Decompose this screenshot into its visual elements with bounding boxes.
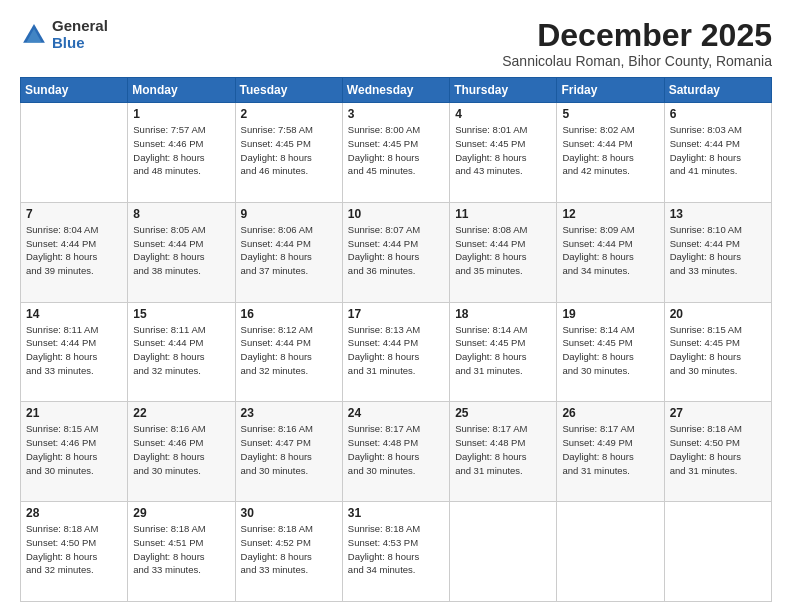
calendar-cell: 6Sunrise: 8:03 AMSunset: 4:44 PMDaylight…	[664, 103, 771, 203]
calendar-cell: 28Sunrise: 8:18 AMSunset: 4:50 PMDayligh…	[21, 502, 128, 602]
week-row-4: 28Sunrise: 8:18 AMSunset: 4:50 PMDayligh…	[21, 502, 772, 602]
calendar-cell: 15Sunrise: 8:11 AMSunset: 4:44 PMDayligh…	[128, 302, 235, 402]
header-day-friday: Friday	[557, 78, 664, 103]
day-number: 28	[26, 506, 122, 520]
calendar-cell: 23Sunrise: 8:16 AMSunset: 4:47 PMDayligh…	[235, 402, 342, 502]
page: General Blue December 2025 Sannicolau Ro…	[0, 0, 792, 612]
day-number: 2	[241, 107, 337, 121]
day-number: 30	[241, 506, 337, 520]
day-number: 20	[670, 307, 766, 321]
logo-icon	[20, 21, 48, 49]
day-number: 19	[562, 307, 658, 321]
day-number: 23	[241, 406, 337, 420]
logo-text: General Blue	[52, 18, 108, 51]
calendar-cell: 24Sunrise: 8:17 AMSunset: 4:48 PMDayligh…	[342, 402, 449, 502]
day-info: Sunrise: 8:00 AMSunset: 4:45 PMDaylight:…	[348, 123, 444, 178]
day-info: Sunrise: 8:15 AMSunset: 4:45 PMDaylight:…	[670, 323, 766, 378]
day-number: 16	[241, 307, 337, 321]
day-number: 15	[133, 307, 229, 321]
day-number: 18	[455, 307, 551, 321]
day-info: Sunrise: 8:11 AMSunset: 4:44 PMDaylight:…	[26, 323, 122, 378]
header: General Blue December 2025 Sannicolau Ro…	[20, 18, 772, 69]
calendar-cell: 7Sunrise: 8:04 AMSunset: 4:44 PMDaylight…	[21, 202, 128, 302]
day-number: 10	[348, 207, 444, 221]
calendar-body: 1Sunrise: 7:57 AMSunset: 4:46 PMDaylight…	[21, 103, 772, 602]
week-row-0: 1Sunrise: 7:57 AMSunset: 4:46 PMDaylight…	[21, 103, 772, 203]
day-info: Sunrise: 8:18 AMSunset: 4:53 PMDaylight:…	[348, 522, 444, 577]
day-info: Sunrise: 8:15 AMSunset: 4:46 PMDaylight:…	[26, 422, 122, 477]
day-info: Sunrise: 8:01 AMSunset: 4:45 PMDaylight:…	[455, 123, 551, 178]
header-day-thursday: Thursday	[450, 78, 557, 103]
day-number: 17	[348, 307, 444, 321]
week-row-2: 14Sunrise: 8:11 AMSunset: 4:44 PMDayligh…	[21, 302, 772, 402]
day-number: 11	[455, 207, 551, 221]
day-number: 25	[455, 406, 551, 420]
day-info: Sunrise: 8:11 AMSunset: 4:44 PMDaylight:…	[133, 323, 229, 378]
day-info: Sunrise: 8:06 AMSunset: 4:44 PMDaylight:…	[241, 223, 337, 278]
header-day-monday: Monday	[128, 78, 235, 103]
calendar-cell: 11Sunrise: 8:08 AMSunset: 4:44 PMDayligh…	[450, 202, 557, 302]
calendar-cell: 8Sunrise: 8:05 AMSunset: 4:44 PMDaylight…	[128, 202, 235, 302]
calendar-cell: 27Sunrise: 8:18 AMSunset: 4:50 PMDayligh…	[664, 402, 771, 502]
day-info: Sunrise: 8:04 AMSunset: 4:44 PMDaylight:…	[26, 223, 122, 278]
day-number: 4	[455, 107, 551, 121]
calendar-cell: 5Sunrise: 8:02 AMSunset: 4:44 PMDaylight…	[557, 103, 664, 203]
header-day-saturday: Saturday	[664, 78, 771, 103]
logo: General Blue	[20, 18, 108, 51]
day-number: 12	[562, 207, 658, 221]
day-info: Sunrise: 8:07 AMSunset: 4:44 PMDaylight:…	[348, 223, 444, 278]
day-info: Sunrise: 8:16 AMSunset: 4:47 PMDaylight:…	[241, 422, 337, 477]
header-row: SundayMondayTuesdayWednesdayThursdayFrid…	[21, 78, 772, 103]
calendar-cell: 10Sunrise: 8:07 AMSunset: 4:44 PMDayligh…	[342, 202, 449, 302]
calendar-cell: 1Sunrise: 7:57 AMSunset: 4:46 PMDaylight…	[128, 103, 235, 203]
calendar-cell: 17Sunrise: 8:13 AMSunset: 4:44 PMDayligh…	[342, 302, 449, 402]
day-number: 24	[348, 406, 444, 420]
day-info: Sunrise: 8:14 AMSunset: 4:45 PMDaylight:…	[562, 323, 658, 378]
day-info: Sunrise: 8:10 AMSunset: 4:44 PMDaylight:…	[670, 223, 766, 278]
calendar-table: SundayMondayTuesdayWednesdayThursdayFrid…	[20, 77, 772, 602]
page-subtitle: Sannicolau Roman, Bihor County, Romania	[502, 53, 772, 69]
day-info: Sunrise: 8:18 AMSunset: 4:50 PMDaylight:…	[670, 422, 766, 477]
week-row-3: 21Sunrise: 8:15 AMSunset: 4:46 PMDayligh…	[21, 402, 772, 502]
day-info: Sunrise: 8:18 AMSunset: 4:51 PMDaylight:…	[133, 522, 229, 577]
calendar-cell	[664, 502, 771, 602]
day-info: Sunrise: 8:16 AMSunset: 4:46 PMDaylight:…	[133, 422, 229, 477]
calendar-cell: 16Sunrise: 8:12 AMSunset: 4:44 PMDayligh…	[235, 302, 342, 402]
calendar-cell: 18Sunrise: 8:14 AMSunset: 4:45 PMDayligh…	[450, 302, 557, 402]
day-number: 3	[348, 107, 444, 121]
week-row-1: 7Sunrise: 8:04 AMSunset: 4:44 PMDaylight…	[21, 202, 772, 302]
day-number: 9	[241, 207, 337, 221]
day-info: Sunrise: 8:02 AMSunset: 4:44 PMDaylight:…	[562, 123, 658, 178]
calendar-cell: 26Sunrise: 8:17 AMSunset: 4:49 PMDayligh…	[557, 402, 664, 502]
day-info: Sunrise: 8:12 AMSunset: 4:44 PMDaylight:…	[241, 323, 337, 378]
day-info: Sunrise: 8:13 AMSunset: 4:44 PMDaylight:…	[348, 323, 444, 378]
calendar-cell: 30Sunrise: 8:18 AMSunset: 4:52 PMDayligh…	[235, 502, 342, 602]
calendar-cell: 22Sunrise: 8:16 AMSunset: 4:46 PMDayligh…	[128, 402, 235, 502]
day-number: 27	[670, 406, 766, 420]
calendar-cell: 14Sunrise: 8:11 AMSunset: 4:44 PMDayligh…	[21, 302, 128, 402]
calendar-header: SundayMondayTuesdayWednesdayThursdayFrid…	[21, 78, 772, 103]
calendar-cell: 19Sunrise: 8:14 AMSunset: 4:45 PMDayligh…	[557, 302, 664, 402]
page-title: December 2025	[502, 18, 772, 53]
header-day-wednesday: Wednesday	[342, 78, 449, 103]
day-number: 5	[562, 107, 658, 121]
day-number: 29	[133, 506, 229, 520]
day-number: 31	[348, 506, 444, 520]
header-day-sunday: Sunday	[21, 78, 128, 103]
calendar-cell: 25Sunrise: 8:17 AMSunset: 4:48 PMDayligh…	[450, 402, 557, 502]
day-number: 14	[26, 307, 122, 321]
day-info: Sunrise: 8:09 AMSunset: 4:44 PMDaylight:…	[562, 223, 658, 278]
day-info: Sunrise: 8:18 AMSunset: 4:50 PMDaylight:…	[26, 522, 122, 577]
title-block: December 2025 Sannicolau Roman, Bihor Co…	[502, 18, 772, 69]
day-info: Sunrise: 8:08 AMSunset: 4:44 PMDaylight:…	[455, 223, 551, 278]
calendar-cell	[21, 103, 128, 203]
calendar-cell: 20Sunrise: 8:15 AMSunset: 4:45 PMDayligh…	[664, 302, 771, 402]
day-info: Sunrise: 8:03 AMSunset: 4:44 PMDaylight:…	[670, 123, 766, 178]
calendar-cell: 21Sunrise: 8:15 AMSunset: 4:46 PMDayligh…	[21, 402, 128, 502]
day-number: 21	[26, 406, 122, 420]
day-number: 8	[133, 207, 229, 221]
day-info: Sunrise: 8:14 AMSunset: 4:45 PMDaylight:…	[455, 323, 551, 378]
day-info: Sunrise: 7:58 AMSunset: 4:45 PMDaylight:…	[241, 123, 337, 178]
calendar-cell: 13Sunrise: 8:10 AMSunset: 4:44 PMDayligh…	[664, 202, 771, 302]
day-number: 6	[670, 107, 766, 121]
